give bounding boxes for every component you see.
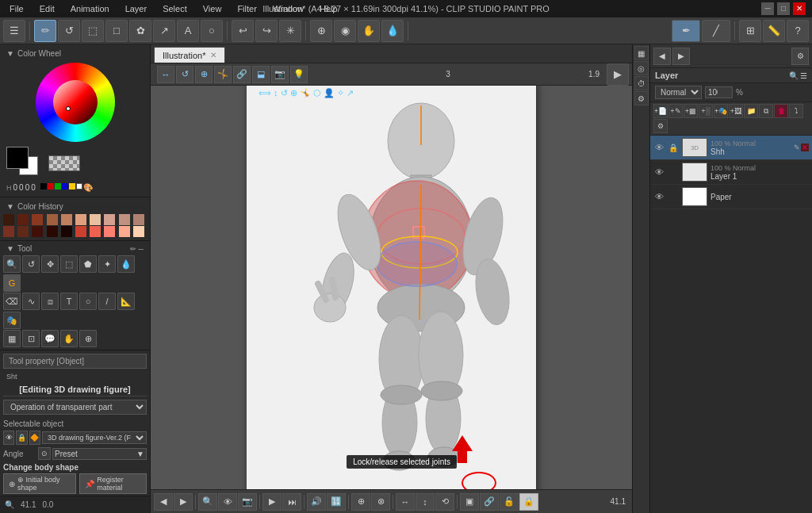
transparent-swatch[interactable] bbox=[48, 155, 80, 171]
3d-pose-btn[interactable]: 🤸 bbox=[214, 66, 232, 83]
ch-5[interactable] bbox=[61, 214, 72, 225]
tool-caption[interactable]: 💬 bbox=[41, 330, 59, 347]
footer-frames-btn[interactable]: 🔢 bbox=[327, 493, 346, 511]
footer-play-btn[interactable]: ▶ bbox=[262, 493, 282, 511]
layer-eye-layer1[interactable]: 👁 bbox=[653, 167, 665, 178]
layer-item-shh[interactable]: 👁 🔒 3D 100 % Normal Shh ✎ ✕ bbox=[650, 136, 812, 160]
tool-line[interactable]: / bbox=[98, 293, 116, 310]
menu-file[interactable]: File bbox=[6, 2, 27, 15]
tool-eraser[interactable]: ⌫ bbox=[3, 293, 21, 310]
ri-settings-btn[interactable]: ⚙ bbox=[634, 91, 649, 105]
layer-lock-paper[interactable] bbox=[668, 191, 679, 202]
ri-timeline-btn[interactable]: ⏱ bbox=[634, 76, 649, 90]
lt-merge[interactable]: ⤵ bbox=[789, 104, 803, 118]
fg-color-swatch[interactable] bbox=[6, 147, 29, 169]
layer-eye-shh[interactable]: 👁 bbox=[653, 142, 665, 153]
color-wheel-container[interactable] bbox=[3, 59, 147, 145]
lt-new-fill[interactable]: +▩ bbox=[684, 104, 698, 118]
lt-new-frame[interactable]: +🖼 bbox=[729, 104, 743, 118]
footer-rot-btn[interactable]: ⟲ bbox=[435, 493, 454, 511]
ch-9[interactable] bbox=[119, 214, 130, 225]
c-swatch-4[interactable] bbox=[62, 183, 68, 190]
footer-vflip-btn[interactable]: ↕ bbox=[416, 493, 435, 511]
fig-ctrl-6[interactable]: ⬡ bbox=[313, 88, 321, 98]
tool-hand[interactable]: ✋ bbox=[60, 330, 78, 347]
figure-lock-icon[interactable]: 🔒 bbox=[16, 431, 27, 445]
ch-7[interactable] bbox=[90, 214, 101, 225]
lt-copy[interactable]: ⧉ bbox=[759, 104, 773, 118]
toolbar-zoom-out[interactable]: ◉ bbox=[334, 20, 356, 42]
palette-icon[interactable]: 🎨 bbox=[83, 183, 93, 192]
ch-13[interactable] bbox=[32, 226, 43, 237]
layer-lock-layer1[interactable] bbox=[668, 167, 679, 178]
canvas-tab-close[interactable]: ✕ bbox=[210, 51, 216, 59]
ri-layers-btn[interactable]: ▦ bbox=[634, 46, 649, 60]
fig-ctrl-5[interactable]: 🤸 bbox=[300, 88, 311, 98]
preset-dropdown[interactable]: Preset ▼ bbox=[52, 448, 147, 460]
tool-frame[interactable]: ▦ bbox=[3, 330, 21, 347]
c-swatch-5[interactable] bbox=[69, 183, 75, 190]
footer-camera-btn[interactable]: 📷 bbox=[238, 493, 257, 511]
ch-10[interactable] bbox=[133, 214, 144, 225]
layer-x-icon[interactable]: ✕ bbox=[801, 144, 809, 151]
lt-new-3d[interactable]: +🎭 bbox=[714, 104, 728, 118]
tool-text[interactable]: T bbox=[60, 293, 78, 310]
tool-pen[interactable]: G bbox=[3, 274, 21, 292]
register-material-btn[interactable]: 📌 Register material bbox=[79, 473, 147, 494]
toolbar-help[interactable]: ? bbox=[787, 20, 809, 42]
tool-zoom[interactable]: 🔍 bbox=[3, 255, 21, 273]
ch-17[interactable] bbox=[90, 226, 101, 237]
layer-eye-icon[interactable]: ✎ bbox=[794, 144, 800, 151]
color-wheel-inner[interactable] bbox=[53, 80, 98, 124]
c-swatch-1[interactable] bbox=[40, 183, 47, 190]
footer-hflip-btn[interactable]: ↔ bbox=[396, 493, 415, 511]
menu-select[interactable]: Select bbox=[159, 2, 190, 15]
tool-zoom2[interactable]: ⊕ bbox=[79, 330, 97, 347]
layer-search-icon[interactable]: 🔍 bbox=[789, 71, 799, 80]
tool-3d[interactable]: 🎭 bbox=[3, 312, 21, 329]
footer-lock2-btn[interactable]: 🔒 bbox=[519, 493, 538, 511]
ch-6[interactable] bbox=[75, 214, 86, 225]
fig-ctrl-9[interactable]: ↗ bbox=[347, 88, 354, 98]
layer-menu-icon[interactable]: ☰ bbox=[800, 71, 807, 80]
3d-joint-btn[interactable]: 🔗 bbox=[233, 66, 251, 83]
color-wheel-canvas[interactable] bbox=[36, 63, 115, 142]
ch-12[interactable] bbox=[17, 226, 29, 237]
toolbar-redo[interactable]: ↪ bbox=[255, 20, 278, 42]
lt-folder[interactable]: 📁 bbox=[744, 104, 758, 118]
ch-2[interactable] bbox=[17, 214, 29, 225]
figure-visibility-icon[interactable]: 👁 bbox=[3, 431, 14, 445]
footer-end-btn[interactable]: ⏭ bbox=[282, 493, 301, 511]
toolbar-brush-btn[interactable]: ↺ bbox=[58, 20, 80, 42]
figure-select[interactable]: 3D drawing figure-Ver.2 (F bbox=[42, 431, 147, 444]
ch-14[interactable] bbox=[47, 226, 58, 237]
toolbar-ink[interactable]: ╱ bbox=[702, 20, 730, 42]
tool-lasso[interactable]: ⬟ bbox=[79, 255, 97, 273]
operation-select[interactable]: Operation of transparent part bbox=[3, 400, 147, 415]
ch-20[interactable] bbox=[133, 226, 144, 237]
footer-eye-btn[interactable]: 👁 bbox=[218, 493, 237, 511]
ch-11[interactable] bbox=[3, 226, 14, 237]
menu-filter[interactable]: Filter bbox=[234, 2, 259, 15]
fig-ctrl-2[interactable]: ↕ bbox=[274, 88, 278, 98]
footer-remove-btn[interactable]: ⊗ bbox=[371, 493, 390, 511]
toolbar-pen-btn[interactable]: ✏ bbox=[34, 20, 56, 42]
canvas-tab-illustration[interactable]: Illustration* ✕ bbox=[154, 47, 225, 63]
c-swatch-3[interactable] bbox=[55, 183, 61, 190]
c-swatch-6[interactable] bbox=[76, 183, 82, 190]
toolbar-eyedrop[interactable]: 💧 bbox=[381, 20, 404, 42]
tool-magic-wand[interactable]: ✦ bbox=[98, 255, 116, 273]
tool-ruler-t[interactable]: 📐 bbox=[117, 293, 135, 310]
tool-select[interactable]: ⬚ bbox=[60, 255, 78, 273]
rt-btn-2[interactable]: ▶ bbox=[672, 48, 690, 65]
3d-camera-btn[interactable]: 📷 bbox=[271, 66, 289, 83]
fig-ctrl-4[interactable]: ⊕ bbox=[290, 88, 297, 98]
layer-eye-paper[interactable]: 👁 bbox=[653, 191, 665, 202]
ch-19[interactable] bbox=[119, 226, 130, 237]
tool-rotate[interactable]: ↺ bbox=[22, 255, 40, 273]
toolbar-undo[interactable]: ↩ bbox=[232, 20, 254, 42]
toolbar-zoom-in[interactable]: ⊕ bbox=[310, 20, 332, 42]
fig-ctrl-7[interactable]: 👤 bbox=[324, 88, 335, 98]
footer-next-btn[interactable]: ▶ bbox=[174, 493, 193, 511]
ch-1[interactable] bbox=[3, 214, 14, 225]
